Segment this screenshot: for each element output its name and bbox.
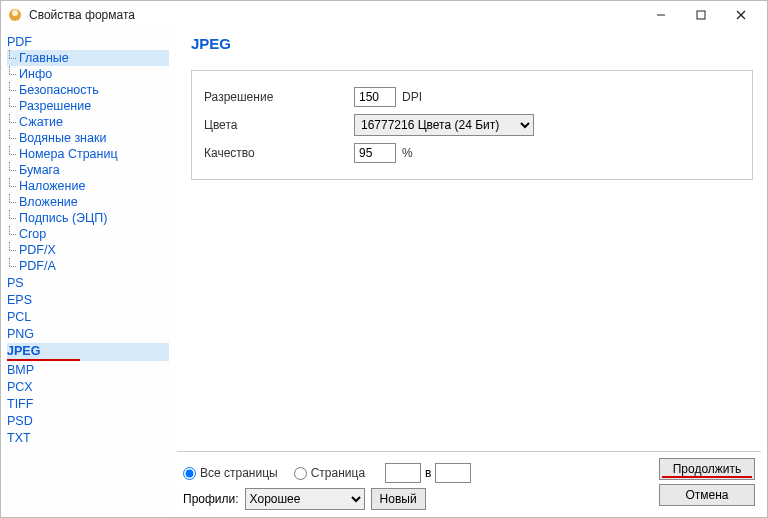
titlebar: Свойства формата xyxy=(1,1,767,29)
page-to-input[interactable] xyxy=(435,463,471,483)
sidebar-item-pdf-pagenums[interactable]: Номера Страниц xyxy=(7,146,169,162)
quality-input[interactable] xyxy=(354,143,396,163)
radio-all-pages[interactable]: Все страницы xyxy=(183,466,278,480)
sidebar-item-bmp[interactable]: BMP xyxy=(7,362,169,378)
sidebar-item-pcl[interactable]: PCL xyxy=(7,309,169,325)
sidebar-item-pdf-overlay[interactable]: Наложение xyxy=(7,178,169,194)
sidebar-item-pdf-main[interactable]: Главные xyxy=(7,50,169,66)
settings-box: Разрешение DPI Цвета 16777216 Цвета (24 … xyxy=(191,70,753,180)
profiles-select[interactable]: Хорошее xyxy=(245,488,365,510)
sidebar-item-pcx[interactable]: PCX xyxy=(7,379,169,395)
sidebar-item-pdf-resolution[interactable]: Разрешение xyxy=(7,98,169,114)
sidebar-item-jpeg[interactable]: JPEG xyxy=(7,343,169,361)
sidebar-item-pdf-watermarks[interactable]: Водяные знаки xyxy=(7,130,169,146)
profiles-label: Профили: xyxy=(183,492,239,506)
sidebar-item-pdf-crop[interactable]: Crop xyxy=(7,226,169,242)
resolution-unit: DPI xyxy=(402,90,422,104)
page-sep-label: в xyxy=(425,466,431,480)
sidebar-item-txt[interactable]: TXT xyxy=(7,430,169,446)
sidebar-item-eps[interactable]: EPS xyxy=(7,292,169,308)
sidebar-item-pdf-paper[interactable]: Бумага xyxy=(7,162,169,178)
svg-rect-3 xyxy=(697,11,705,19)
radio-all-pages-input[interactable] xyxy=(183,467,196,480)
sidebar-item-png[interactable]: PNG xyxy=(7,326,169,342)
quality-unit: % xyxy=(402,146,413,160)
sidebar-item-pdf[interactable]: PDF xyxy=(7,34,169,50)
sidebar-item-pdf-security[interactable]: Безопасность xyxy=(7,82,169,98)
sidebar-item-pdf-pdfa[interactable]: PDF/A xyxy=(7,258,169,274)
app-icon xyxy=(7,7,23,23)
quality-label: Качество xyxy=(204,146,354,160)
sidebar-item-pdf-info[interactable]: Инфо xyxy=(7,66,169,82)
colors-select[interactable]: 16777216 Цвета (24 Бит) xyxy=(354,114,534,136)
colors-label: Цвета xyxy=(204,118,354,132)
content-panel: JPEG Разрешение DPI Цвета 16777216 Цвета… xyxy=(177,29,767,447)
page-title: JPEG xyxy=(191,35,753,52)
sidebar-item-pdf-attachment[interactable]: Вложение xyxy=(7,194,169,210)
new-profile-button[interactable]: Новый xyxy=(371,488,426,510)
radio-page[interactable]: Страница xyxy=(294,466,365,480)
page-from-input[interactable] xyxy=(385,463,421,483)
close-button[interactable] xyxy=(721,1,761,29)
resolution-label: Разрешение xyxy=(204,90,354,104)
sidebar-item-ps[interactable]: PS xyxy=(7,275,169,291)
sidebar-item-tiff[interactable]: TIFF xyxy=(7,396,169,412)
footer: Все страницы Страница в Профили: Хорошее… xyxy=(177,451,761,517)
window: Свойства формата PDF Главные Инфо Безопа… xyxy=(0,0,768,518)
continue-button[interactable]: Продолжить xyxy=(659,458,755,480)
cancel-button[interactable]: Отмена xyxy=(659,484,755,506)
svg-point-1 xyxy=(12,10,18,16)
maximize-button[interactable] xyxy=(681,1,721,29)
sidebar-item-pdf-pdfx[interactable]: PDF/X xyxy=(7,242,169,258)
minimize-button[interactable] xyxy=(641,1,681,29)
sidebar-item-pdf-compression[interactable]: Сжатие xyxy=(7,114,169,130)
window-title: Свойства формата xyxy=(29,8,641,22)
resolution-input[interactable] xyxy=(354,87,396,107)
sidebar: PDF Главные Инфо Безопасность Разрешение… xyxy=(1,31,169,517)
radio-page-input[interactable] xyxy=(294,467,307,480)
sidebar-item-pdf-signature[interactable]: Подпись (ЭЦП) xyxy=(7,210,169,226)
sidebar-item-psd[interactable]: PSD xyxy=(7,413,169,429)
